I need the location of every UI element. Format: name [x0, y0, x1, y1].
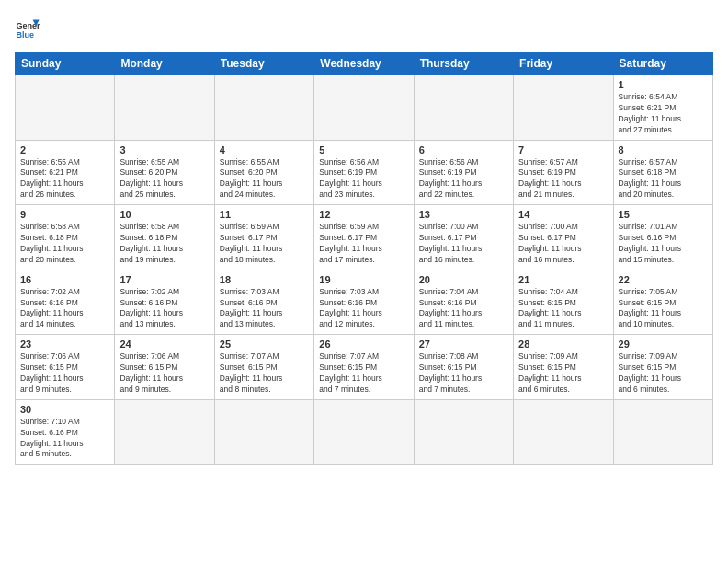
calendar-cell: 8Sunrise: 6:57 AM Sunset: 6:18 PM Daylig…: [613, 140, 712, 205]
day-info: Sunrise: 6:56 AM Sunset: 6:19 PM Dayligh…: [419, 157, 508, 201]
day-info: Sunrise: 6:55 AM Sunset: 6:21 PM Dayligh…: [20, 157, 109, 201]
day-info: Sunrise: 6:56 AM Sunset: 6:19 PM Dayligh…: [319, 157, 408, 201]
calendar-cell: 10Sunrise: 6:58 AM Sunset: 6:18 PM Dayli…: [115, 205, 214, 270]
day-number: 23: [20, 339, 109, 350]
column-header-friday: Friday: [514, 52, 613, 75]
calendar-cell: 4Sunrise: 6:55 AM Sunset: 6:20 PM Daylig…: [214, 140, 313, 205]
calendar-cell: [314, 399, 414, 465]
calendar-cell: 25Sunrise: 7:07 AM Sunset: 6:15 PM Dayli…: [214, 335, 313, 400]
day-number: 27: [419, 339, 508, 350]
day-info: Sunrise: 7:02 AM Sunset: 6:16 PM Dayligh…: [20, 287, 109, 331]
calendar-cell: 27Sunrise: 7:08 AM Sunset: 6:15 PM Dayli…: [414, 335, 513, 400]
day-number: 1: [619, 79, 708, 90]
calendar-cell: 24Sunrise: 7:06 AM Sunset: 6:15 PM Dayli…: [115, 335, 214, 400]
day-number: 22: [619, 274, 708, 285]
day-number: 8: [619, 144, 708, 155]
calendar-cell: [514, 399, 613, 465]
day-info: Sunrise: 7:09 AM Sunset: 6:15 PM Dayligh…: [619, 351, 708, 396]
day-info: Sunrise: 7:08 AM Sunset: 6:15 PM Dayligh…: [419, 351, 508, 396]
calendar-cell: [214, 75, 313, 141]
calendar-cell: 11Sunrise: 6:59 AM Sunset: 6:17 PM Dayli…: [214, 205, 313, 270]
calendar-table: SundayMondayTuesdayWednesdayThursdayFrid…: [15, 52, 713, 465]
calendar-cell: [414, 75, 513, 141]
day-number: 10: [119, 209, 209, 220]
column-header-tuesday: Tuesday: [214, 52, 313, 75]
day-info: Sunrise: 7:07 AM Sunset: 6:15 PM Dayligh…: [319, 351, 408, 396]
day-number: 18: [220, 274, 309, 285]
page-header: General Blue: [15, 15, 713, 40]
day-info: Sunrise: 7:03 AM Sunset: 6:16 PM Dayligh…: [319, 287, 408, 331]
day-number: 17: [119, 274, 209, 285]
day-number: 12: [319, 209, 408, 220]
calendar-cell: [115, 75, 214, 141]
day-info: Sunrise: 7:09 AM Sunset: 6:15 PM Dayligh…: [518, 351, 608, 396]
calendar-cell: 12Sunrise: 6:59 AM Sunset: 6:17 PM Dayli…: [314, 205, 414, 270]
day-info: Sunrise: 7:07 AM Sunset: 6:15 PM Dayligh…: [220, 351, 309, 396]
calendar-cell: 26Sunrise: 7:07 AM Sunset: 6:15 PM Dayli…: [314, 335, 414, 400]
day-number: 3: [119, 144, 209, 155]
day-info: Sunrise: 6:59 AM Sunset: 6:17 PM Dayligh…: [220, 222, 309, 266]
column-header-monday: Monday: [115, 52, 214, 75]
day-number: 21: [518, 274, 608, 285]
svg-text:Blue: Blue: [16, 30, 34, 40]
day-number: 30: [20, 404, 109, 415]
calendar-cell: [115, 399, 214, 465]
day-number: 5: [319, 144, 408, 155]
day-info: Sunrise: 7:10 AM Sunset: 6:16 PM Dayligh…: [20, 417, 109, 461]
calendar-cell: 7Sunrise: 6:57 AM Sunset: 6:19 PM Daylig…: [514, 140, 613, 205]
day-number: 2: [20, 144, 109, 155]
day-number: 26: [319, 339, 408, 350]
calendar-week-row: 30Sunrise: 7:10 AM Sunset: 6:16 PM Dayli…: [16, 399, 713, 465]
calendar-header-row: SundayMondayTuesdayWednesdayThursdayFrid…: [16, 52, 713, 75]
day-number: 6: [419, 144, 508, 155]
calendar-cell: 19Sunrise: 7:03 AM Sunset: 6:16 PM Dayli…: [314, 270, 414, 335]
calendar-cell: 22Sunrise: 7:05 AM Sunset: 6:15 PM Dayli…: [613, 270, 712, 335]
calendar-cell: [414, 399, 513, 465]
day-info: Sunrise: 6:59 AM Sunset: 6:17 PM Dayligh…: [319, 222, 408, 266]
logo: General Blue: [15, 15, 44, 40]
calendar-cell: 18Sunrise: 7:03 AM Sunset: 6:16 PM Dayli…: [214, 270, 313, 335]
calendar-week-row: 9Sunrise: 6:58 AM Sunset: 6:18 PM Daylig…: [16, 205, 713, 270]
calendar-cell: 9Sunrise: 6:58 AM Sunset: 6:18 PM Daylig…: [16, 205, 115, 270]
day-number: 11: [220, 209, 309, 220]
day-info: Sunrise: 6:55 AM Sunset: 6:20 PM Dayligh…: [220, 157, 309, 201]
calendar-cell: 14Sunrise: 7:00 AM Sunset: 6:17 PM Dayli…: [514, 205, 613, 270]
column-header-thursday: Thursday: [414, 52, 513, 75]
day-info: Sunrise: 6:55 AM Sunset: 6:20 PM Dayligh…: [119, 157, 209, 201]
calendar-cell: 2Sunrise: 6:55 AM Sunset: 6:21 PM Daylig…: [16, 140, 115, 205]
day-info: Sunrise: 7:01 AM Sunset: 6:16 PM Dayligh…: [619, 222, 708, 266]
calendar-cell: [16, 75, 115, 141]
day-number: 25: [220, 339, 309, 350]
column-header-saturday: Saturday: [613, 52, 712, 75]
logo-icon: General Blue: [15, 15, 40, 40]
day-number: 7: [518, 144, 608, 155]
day-number: 14: [518, 209, 608, 220]
calendar-week-row: 2Sunrise: 6:55 AM Sunset: 6:21 PM Daylig…: [16, 140, 713, 205]
day-number: 19: [319, 274, 408, 285]
day-number: 4: [220, 144, 309, 155]
day-info: Sunrise: 6:57 AM Sunset: 6:19 PM Dayligh…: [518, 157, 608, 201]
calendar-cell: 23Sunrise: 7:06 AM Sunset: 6:15 PM Dayli…: [16, 335, 115, 400]
column-header-wednesday: Wednesday: [314, 52, 414, 75]
calendar-cell: 13Sunrise: 7:00 AM Sunset: 6:17 PM Dayli…: [414, 205, 513, 270]
day-info: Sunrise: 7:06 AM Sunset: 6:15 PM Dayligh…: [20, 351, 109, 396]
calendar-cell: 6Sunrise: 6:56 AM Sunset: 6:19 PM Daylig…: [414, 140, 513, 205]
calendar-cell: 5Sunrise: 6:56 AM Sunset: 6:19 PM Daylig…: [314, 140, 414, 205]
calendar-cell: [514, 75, 613, 141]
day-info: Sunrise: 6:54 AM Sunset: 6:21 PM Dayligh…: [619, 92, 708, 136]
calendar-cell: 1Sunrise: 6:54 AM Sunset: 6:21 PM Daylig…: [613, 75, 712, 141]
calendar-cell: [613, 399, 712, 465]
calendar-cell: 15Sunrise: 7:01 AM Sunset: 6:16 PM Dayli…: [613, 205, 712, 270]
day-number: 15: [619, 209, 708, 220]
day-number: 16: [20, 274, 109, 285]
calendar-cell: 20Sunrise: 7:04 AM Sunset: 6:16 PM Dayli…: [414, 270, 513, 335]
day-number: 13: [419, 209, 508, 220]
day-info: Sunrise: 7:00 AM Sunset: 6:17 PM Dayligh…: [419, 222, 508, 266]
day-info: Sunrise: 6:58 AM Sunset: 6:18 PM Dayligh…: [20, 222, 109, 266]
calendar-cell: [214, 399, 313, 465]
calendar-week-row: 16Sunrise: 7:02 AM Sunset: 6:16 PM Dayli…: [16, 270, 713, 335]
calendar-week-row: 1Sunrise: 6:54 AM Sunset: 6:21 PM Daylig…: [16, 75, 713, 141]
day-number: 29: [619, 339, 708, 350]
day-number: 9: [20, 209, 109, 220]
day-info: Sunrise: 7:04 AM Sunset: 6:15 PM Dayligh…: [518, 287, 608, 331]
